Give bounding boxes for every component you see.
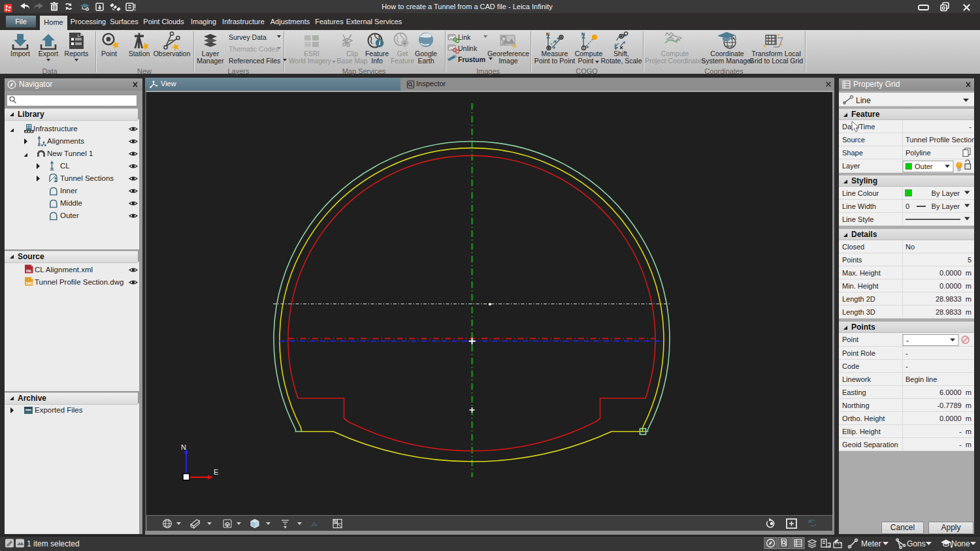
svg-text:i: i <box>379 40 381 46</box>
svg-text:XML: XML <box>26 270 33 273</box>
svg-text:Outer: Outer <box>915 163 933 170</box>
svg-text:E: E <box>214 468 218 476</box>
svg-text:N: N <box>181 443 186 451</box>
svg-text:DWG: DWG <box>26 282 33 285</box>
svg-text:-: - <box>906 336 909 345</box>
